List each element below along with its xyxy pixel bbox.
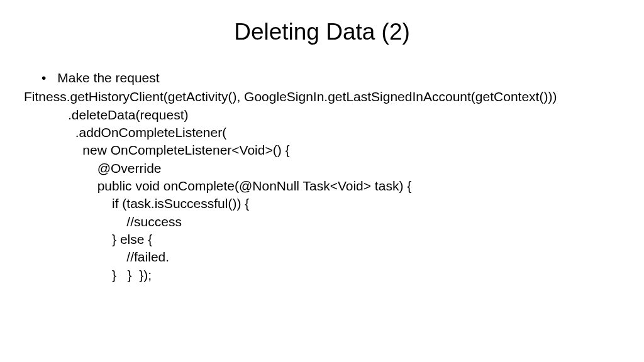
- code-line-8: //success: [24, 213, 620, 231]
- slide-content: Make the request Fitness.getHistoryClien…: [24, 69, 620, 284]
- code-line-5: @Override: [24, 160, 620, 177]
- slide-title: Deleting Data (2): [24, 19, 620, 45]
- code-line-9: } else {: [24, 231, 620, 248]
- bullet-text: Make the request: [57, 69, 159, 87]
- slide-container: Deleting Data (2) Make the request Fitne…: [0, 0, 644, 362]
- bullet-point: Make the request: [42, 69, 620, 87]
- code-line-7: if (task.isSuccessful()) {: [24, 195, 620, 212]
- code-line-6: public void onComplete(@NonNull Task<Voi…: [24, 177, 620, 195]
- code-line-3: .addOnCompleteListener(: [24, 124, 620, 141]
- code-line-2: .deleteData(request): [24, 106, 620, 124]
- code-line-11: } } });: [24, 266, 620, 284]
- code-line-1: Fitness.getHistoryClient(getActivity(), …: [24, 88, 620, 106]
- code-line-4: new OnCompleteListener<Void>() {: [24, 141, 620, 159]
- code-line-10: //failed.: [24, 248, 620, 266]
